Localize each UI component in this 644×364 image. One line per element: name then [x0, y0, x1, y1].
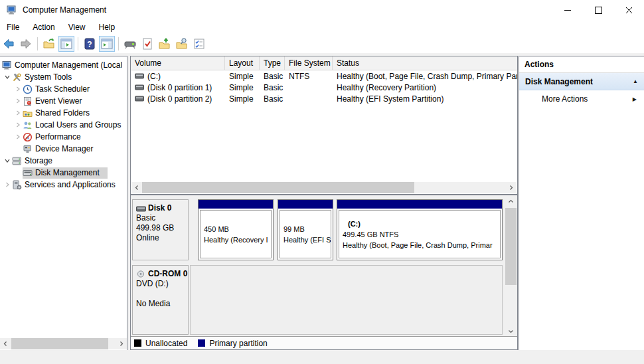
back-button[interactable]: [1, 36, 17, 52]
menu-help[interactable]: Help: [92, 20, 122, 35]
tree-item-disk-management[interactable]: Disk Management: [0, 167, 127, 179]
tree-item-device-manager[interactable]: Device Manager: [0, 143, 127, 155]
tree-item-label: System Tools: [25, 72, 72, 82]
help-button[interactable]: ?: [82, 36, 98, 52]
folder-export-icon: [42, 37, 56, 50]
tree-item-services-and-applications[interactable]: Services and Applications: [0, 179, 127, 191]
chevron-right-icon[interactable]: [3, 181, 12, 188]
back-arrow-icon: [2, 37, 15, 50]
disk-device-icon: [123, 37, 137, 50]
scrollbar-thumb[interactable]: [505, 208, 517, 285]
local-users-groups-icon: [23, 120, 33, 130]
toolbar-separator: [78, 37, 78, 50]
minimize-button[interactable]: [552, 0, 583, 20]
disk-device-button[interactable]: [122, 36, 138, 52]
forward-button[interactable]: [18, 36, 34, 52]
more-actions-item[interactable]: More Actions ▶: [519, 90, 644, 108]
legend-label: Unallocated: [145, 339, 187, 348]
tree-item-label: Storage: [25, 156, 52, 165]
partition-efi[interactable]: 99 MB Healthy (EFI S: [278, 199, 333, 260]
disk-icon: [136, 205, 146, 212]
tree-item-local-users-and-groups[interactable]: Local Users and Groups: [0, 119, 127, 131]
scroll-down-arrow-icon[interactable]: [505, 326, 517, 337]
disk-area-vertical-scrollbar[interactable]: [505, 196, 517, 337]
action-pane-icon: [100, 37, 114, 50]
cdrom-label-block[interactable]: CD-ROM 0 DVD (D:) No Media: [132, 265, 189, 335]
chevron-right-icon[interactable]: [13, 98, 23, 104]
close-icon: [625, 7, 633, 14]
shared-folders-icon: [23, 108, 33, 118]
partition-color-bar: [199, 200, 273, 209]
check-document-icon: [141, 37, 154, 50]
column-header-volume[interactable]: Volume: [131, 56, 225, 70]
checklist-button[interactable]: [191, 36, 207, 52]
partition-c[interactable]: (C:) 499.45 GB NTFS Healthy (Boot, Page …: [337, 199, 503, 260]
folder-up-button[interactable]: [157, 36, 173, 52]
disk-graphical-pane: Disk 0 Basic 499.98 GB Online 450 MB Hea…: [130, 195, 518, 350]
toolbar: ?: [0, 35, 644, 53]
scroll-left-arrow-icon[interactable]: [131, 182, 142, 193]
column-header-file-system[interactable]: File System: [285, 56, 333, 70]
partition-recovery[interactable]: 450 MB Healthy (Recovery I: [198, 199, 274, 260]
disk-management-icon: [23, 168, 33, 178]
show-hide-console-tree-button[interactable]: [58, 36, 74, 52]
menu-file[interactable]: File: [0, 20, 26, 35]
volume-icon: [135, 73, 144, 79]
menu-action[interactable]: Action: [26, 20, 61, 35]
chevron-right-icon[interactable]: [13, 86, 23, 92]
cdrom-media-area[interactable]: [190, 265, 503, 335]
scroll-up-arrow-icon[interactable]: [505, 196, 517, 207]
cdrom-name: CD-ROM 0: [148, 269, 187, 279]
tree-item-performance[interactable]: Performance: [0, 131, 127, 143]
check-document-button[interactable]: [139, 36, 155, 52]
volume-row-partition-1[interactable]: (Disk 0 partition 1) Simple Basic Health…: [131, 82, 517, 93]
folder-search-button[interactable]: [174, 36, 190, 52]
chevron-down-icon[interactable]: [3, 157, 12, 164]
maximize-button[interactable]: [583, 0, 613, 20]
chevron-right-icon[interactable]: [13, 110, 23, 116]
chevron-right-icon[interactable]: [13, 122, 23, 128]
scrollbar-thumb[interactable]: [11, 338, 108, 349]
scroll-left-arrow-icon[interactable]: [0, 338, 11, 349]
export-list-button[interactable]: [41, 36, 57, 52]
volume-list-horizontal-scrollbar[interactable]: [131, 182, 517, 193]
menu-view[interactable]: View: [62, 20, 92, 35]
tree-item-storage[interactable]: Storage: [0, 155, 127, 167]
disk-status: Online: [136, 233, 188, 243]
tree-item-label: Event Viewer: [35, 96, 82, 106]
show-hide-action-pane-button[interactable]: [99, 36, 115, 52]
tree-item-label: Device Manager: [35, 144, 93, 153]
actions-section-disk-management[interactable]: Disk Management ▲: [519, 73, 644, 90]
column-header-type[interactable]: Type: [260, 56, 285, 70]
volume-layout: Simple: [225, 72, 260, 81]
chevron-down-icon[interactable]: [3, 74, 12, 80]
disk-name: Disk 0: [148, 203, 171, 213]
help-icon: ?: [83, 37, 96, 50]
tree-item-shared-folders[interactable]: Shared Folders: [0, 107, 127, 119]
volume-row-c[interactable]: (C:) Simple Basic NTFS Healthy (Boot, Pa…: [131, 70, 517, 82]
tree-item-label: Computer Management (Local: [15, 60, 122, 70]
tree-item-event-viewer[interactable]: Event Viewer: [0, 95, 127, 107]
tree-item-system-tools[interactable]: System Tools: [0, 71, 127, 83]
tree-horizontal-scrollbar[interactable]: [0, 338, 127, 349]
scroll-right-arrow-icon[interactable]: [506, 182, 517, 193]
app-icon: [7, 5, 17, 15]
collapse-up-triangle-icon[interactable]: ▲: [633, 78, 638, 84]
volume-file-system: NTFS: [285, 72, 333, 81]
volume-type: Basic: [260, 72, 285, 81]
chevron-right-icon[interactable]: [13, 134, 23, 140]
scroll-right-arrow-icon[interactable]: [116, 338, 127, 349]
scrollbar-thumb[interactable]: [142, 182, 414, 193]
close-button[interactable]: [613, 0, 644, 20]
column-header-status[interactable]: Status: [333, 56, 517, 70]
volume-name: (Disk 0 partition 1): [147, 83, 212, 92]
checklist-icon: [193, 37, 206, 50]
column-header-layout[interactable]: Layout: [225, 56, 260, 70]
tree-item-computer-management[interactable]: Computer Management (Local: [0, 59, 127, 71]
tree-item-task-scheduler[interactable]: Task Scheduler: [0, 83, 127, 95]
volume-row-partition-2[interactable]: (Disk 0 partition 2) Simple Basic Health…: [131, 93, 517, 104]
tree-item-label: Performance: [35, 132, 81, 141]
disk0-label-block[interactable]: Disk 0 Basic 499.98 GB Online: [132, 199, 189, 260]
tree-item-label: Shared Folders: [35, 108, 90, 118]
svg-text:?: ?: [87, 40, 92, 49]
